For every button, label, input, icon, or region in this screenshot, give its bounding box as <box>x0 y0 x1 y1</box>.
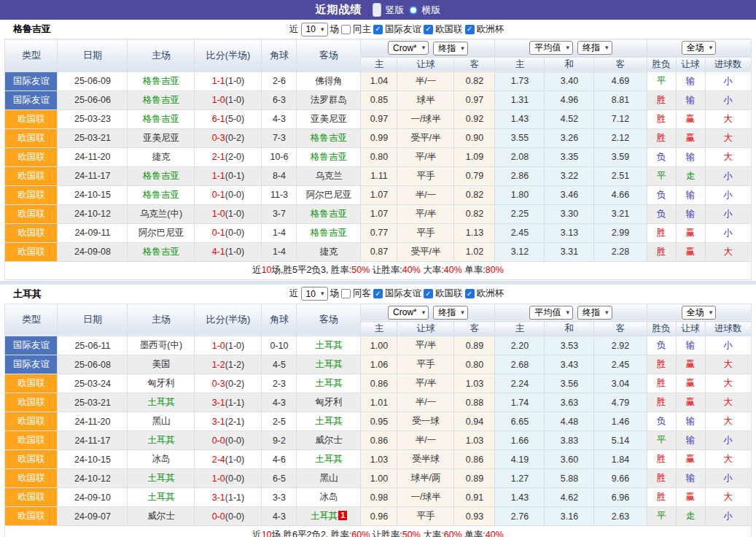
full-time-score: 0-1 <box>212 228 225 238</box>
competition-checkbox-0[interactable] <box>373 25 383 34</box>
summary-text: 60% <box>351 530 370 537</box>
average-odds-cell: 5.14 <box>594 431 647 450</box>
away-team: 土耳其 <box>297 412 361 431</box>
result-indicator: 大 <box>705 450 751 469</box>
match-score: 1-0(1-0) <box>195 90 262 109</box>
average-select[interactable]: 平均值▾ <box>529 306 573 320</box>
handicap-odds-cell: 0.99 <box>361 128 397 147</box>
odds-final-select[interactable]: 终指▾ <box>433 306 468 320</box>
handicap-odds-cell: 0.86 <box>454 450 495 469</box>
match-score: 0-3(0-2) <box>195 374 262 393</box>
full-time-score: 0-0 <box>212 436 225 446</box>
match-score: 1-0(1-0) <box>195 336 262 355</box>
odds-source-select[interactable]: Crow*▾ <box>388 41 429 55</box>
competition-checkbox-1[interactable] <box>424 25 433 34</box>
corner-score: 1-4 <box>262 223 297 242</box>
match-type-badge: 欧国联 <box>5 185 58 204</box>
handicap-odds-cell: 受一球 <box>397 412 454 431</box>
competition-checkbox-1[interactable] <box>424 289 433 298</box>
result-indicator: 负 <box>647 147 676 166</box>
full-time-score: 1-0 <box>212 209 225 219</box>
handicap-odds-cell: 0.87 <box>361 242 397 261</box>
home-team: 格鲁吉亚 <box>128 90 195 109</box>
summary-row: 近10场,胜6平2负2, 胜率:60% 让胜率:50% 大率:60% 单率:40… <box>5 526 751 537</box>
chevron-down-icon: ▾ <box>321 26 324 33</box>
full-time-score: 4-1 <box>212 247 225 257</box>
column-subheader: 胜负 <box>647 57 676 72</box>
average-odds-cell: 2.12 <box>594 128 647 147</box>
average-odds-cell: 3.12 <box>495 242 545 261</box>
match-date: 24-11-20 <box>58 412 128 431</box>
average-final-select-value: 终指 <box>582 306 600 319</box>
chevron-down-icon: ▾ <box>461 309 464 316</box>
competition-checkbox-0[interactable] <box>373 289 383 298</box>
average-odds-cell: 2.28 <box>594 242 647 261</box>
result-indicator: 小 <box>705 431 751 450</box>
match-score: 0-1(0-0) <box>195 223 262 242</box>
scope-select[interactable]: 全场▾ <box>682 306 717 320</box>
column-subheader: 主 <box>361 322 397 336</box>
match-score: 2-1(2-0) <box>195 147 262 166</box>
home-team: 格鲁吉亚 <box>128 166 195 185</box>
average-final-select[interactable]: 终指▾ <box>577 306 612 320</box>
average-odds-cell: 2.45 <box>495 223 545 242</box>
average-select[interactable]: 平均值▾ <box>529 41 573 55</box>
match-score: 2-4(1-0) <box>195 450 262 469</box>
average-odds-cell: 2.24 <box>495 374 545 393</box>
horizontal-layout-radio[interactable] <box>409 6 418 15</box>
handicap-odds-cell: 半/一 <box>397 393 454 412</box>
match-type-badge: 欧国联 <box>5 412 58 431</box>
table-row: 欧国联24-11-20捷克2-1(2-0)10-6格鲁吉亚0.80平/半1.09… <box>5 147 751 166</box>
vertical-layout-radio[interactable] <box>373 3 381 17</box>
average-odds-cell: 2.68 <box>495 355 545 374</box>
result-indicator: 胜 <box>647 393 676 412</box>
match-type-badge: 国际友谊 <box>5 355 58 374</box>
result-indicator: 大 <box>705 393 751 412</box>
match-type-badge: 欧国联 <box>5 166 58 185</box>
match-score: 1-0(0-0) <box>195 469 262 488</box>
home-team: 黑山 <box>128 412 195 431</box>
scope-select[interactable]: 全场▾ <box>682 41 717 55</box>
match-date: 25-06-11 <box>58 336 128 355</box>
corner-score: 7-3 <box>262 128 297 147</box>
handicap-odds-cell: 0.97 <box>454 90 495 109</box>
same-venue-checkbox[interactable] <box>341 289 351 298</box>
column-subheader: 主 <box>361 57 397 72</box>
summary-text: 80% <box>486 265 504 275</box>
competition-checkbox-2[interactable] <box>465 25 475 34</box>
chevron-down-icon: ▾ <box>605 45 609 51</box>
handicap-odds-cell: 0.97 <box>361 109 397 128</box>
average-odds-cell: 3.30 <box>545 204 594 223</box>
column-header: 客场 <box>297 304 361 336</box>
column-header: 类型 <box>5 39 58 72</box>
same-venue-checkbox[interactable] <box>341 25 351 34</box>
column-subheader: 和 <box>545 57 594 72</box>
home-team: 墨西哥(中) <box>128 336 195 355</box>
result-indicator: 输 <box>676 204 705 223</box>
match-count-select[interactable]: 10▾ <box>301 287 328 301</box>
table-row: 国际友谊25-06-06格鲁吉亚1-0(1-0)6-3法罗群岛0.85球半0.9… <box>5 90 751 109</box>
summary-text: 50% <box>351 265 370 275</box>
match-type-badge: 欧国联 <box>5 242 58 261</box>
summary-text: 10 <box>262 265 272 275</box>
odds-final-select[interactable]: 终指▾ <box>433 42 468 55</box>
competition-checkbox-2[interactable] <box>465 289 475 298</box>
away-team: 格鲁吉亚 <box>297 204 361 223</box>
column-header: 客场 <box>297 39 361 72</box>
match-filter: 近10▾场同客国际友谊欧国联欧洲杯 <box>289 287 504 301</box>
full-time-score: 0-1 <box>212 190 225 200</box>
full-time-score: 2-1 <box>212 152 225 162</box>
handicap-odds-cell: 0.95 <box>361 412 397 431</box>
result-indicator: 胜 <box>647 488 676 507</box>
match-count-select[interactable]: 10▾ <box>301 23 328 36</box>
corner-score: 2-6 <box>262 72 297 90</box>
chevron-down-icon: ▾ <box>422 309 426 316</box>
handicap-odds-cell: 1.03 <box>361 450 397 469</box>
odds-source-select[interactable]: Crow*▾ <box>388 306 429 320</box>
match-type-badge: 欧国联 <box>5 223 58 242</box>
average-odds-cell: 1.66 <box>495 431 545 450</box>
column-subheader: 客 <box>594 322 647 336</box>
average-final-select[interactable]: 终指▾ <box>577 41 612 55</box>
result-indicator: 负 <box>647 412 676 431</box>
table-row: 欧国联25-03-23格鲁吉亚6-1(5-0)4-3亚美尼亚0.97一/球半0.… <box>5 109 751 128</box>
